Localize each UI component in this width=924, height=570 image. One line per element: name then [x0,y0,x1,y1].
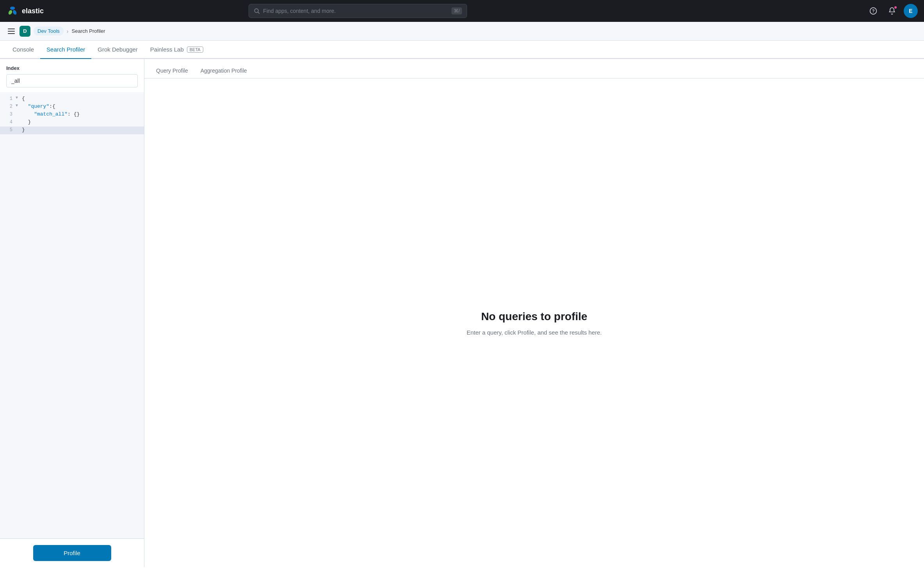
line-collapse-1[interactable]: ▼ [16,96,21,100]
line-number-3: 3 [3,111,12,117]
code-line-2: 2 ▼ "query":{ [0,103,144,111]
index-label: Index [6,65,138,71]
hamburger-icon [8,28,15,35]
profile-tab-aggregation[interactable]: Aggregation Profile [195,64,252,78]
svg-point-6 [8,10,13,15]
elastic-logo-text: elastic [22,7,44,15]
code-editor[interactable]: 1 ▼ { 2 ▼ "query":{ 3 "match_all" : {} 4 [0,92,144,538]
line-collapse-3 [16,111,21,116]
profile-tab-query[interactable]: Query Profile [151,64,194,78]
tab-console[interactable]: Console [6,41,40,59]
profile-button-area: Profile [0,538,144,567]
notifications-button[interactable] [885,4,899,18]
code-line-4: 4 } [0,119,144,126]
svg-point-4 [10,7,15,10]
empty-state: No queries to profile Enter a query, cli… [144,78,924,567]
tab-grok-debugger[interactable]: Grok Debugger [91,41,144,59]
code-line-3: 3 "match_all" : {} [0,111,144,119]
line-collapse-4 [16,119,21,123]
breadcrumb-bar: D Dev Tools › Search Profiler [0,22,924,41]
global-search-bar[interactable]: ⌘/ [249,4,467,18]
help-button[interactable]: ? [866,4,880,18]
line-number-4: 4 [3,119,12,125]
top-nav: elastic ⌘/ ? E [0,0,924,22]
svg-point-5 [12,10,17,15]
elastic-logo-icon [6,5,19,17]
right-panel: Query Profile Aggregation Profile No que… [144,59,924,567]
code-line-1: 1 ▼ { [0,95,144,103]
breadcrumb-current-page: Search Profiler [72,28,105,34]
index-section: Index [0,59,144,92]
nav-right-actions: ? E [866,4,918,18]
svg-rect-11 [8,28,15,29]
search-icon [254,8,260,14]
profile-button[interactable]: Profile [33,545,111,561]
svg-rect-13 [8,33,15,34]
tab-search-profiler[interactable]: Search Profiler [40,41,91,59]
empty-state-title: No queries to profile [481,310,587,323]
code-line-5: 5 } [0,126,144,134]
dev-tools-tab-bar: Console Search Profiler Grok Debugger Pa… [0,41,924,59]
search-shortcut: ⌘/ [451,7,462,14]
tab-painless-lab[interactable]: Painless Lab BETA [144,41,210,59]
profile-tab-bar: Query Profile Aggregation Profile [144,59,924,78]
empty-state-subtitle: Enter a query, click Profile, and see th… [467,329,602,336]
line-collapse-2[interactable]: ▼ [16,103,21,108]
svg-rect-12 [8,31,15,32]
global-search-input[interactable] [263,8,448,14]
line-number-2: 2 [3,103,12,109]
svg-line-8 [258,12,259,14]
help-icon: ? [869,7,877,15]
breadcrumb-devtools-link[interactable]: Dev Tools [34,27,64,36]
beta-badge: BETA [187,46,203,53]
elastic-logo[interactable]: elastic [6,5,44,17]
index-input[interactable] [6,74,138,87]
line-number-5: 5 [3,127,12,133]
notification-dot [894,5,897,9]
breadcrumb-app-icon: D [20,26,30,37]
svg-text:?: ? [872,9,875,13]
main-content: Index 1 ▼ { 2 ▼ "query":{ 3 "match_all" [0,59,924,567]
breadcrumb-separator: › [67,28,69,34]
left-panel: Index 1 ▼ { 2 ▼ "query":{ 3 "match_all" [0,59,144,567]
hamburger-button[interactable] [6,26,16,36]
user-avatar[interactable]: E [904,4,918,18]
line-number-1: 1 [3,96,12,102]
line-collapse-5 [16,127,21,131]
